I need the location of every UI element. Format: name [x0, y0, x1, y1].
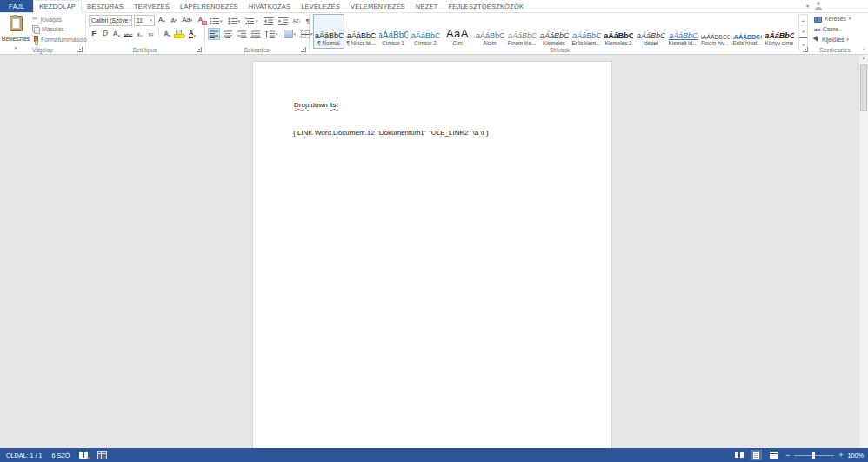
- tab-home[interactable]: KEZDŐLAP: [33, 0, 82, 13]
- font-color-button[interactable]: A▾: [187, 28, 197, 38]
- collapse-ribbon-button[interactable]: ^: [863, 47, 865, 53]
- subscript-button[interactable]: x₂: [134, 28, 144, 38]
- paragraph-dialog-launcher[interactable]: [301, 47, 306, 52]
- tab-insert[interactable]: BESZÚRÁS: [82, 0, 129, 12]
- format-painter-button[interactable]: Formátummásoló: [32, 36, 87, 44]
- numbering-button[interactable]: ▾: [226, 15, 243, 27]
- change-case-button[interactable]: Aa▾: [181, 16, 193, 26]
- tab-design[interactable]: TERVEZÉS: [129, 0, 175, 12]
- replace-label: Csere: [823, 26, 838, 32]
- style-subtitle[interactable]: AaÁáBbCcAlcím: [474, 14, 505, 49]
- underline-button[interactable]: A▾: [111, 28, 122, 38]
- increase-indent-icon: [278, 17, 288, 25]
- style-no-spacing[interactable]: AaÁáBbCc¶ Nincs té...: [345, 14, 377, 49]
- account-person-icon[interactable]: [814, 2, 823, 10]
- line-spacing-button[interactable]: ▾: [264, 28, 280, 40]
- ribbon-options-caret-icon[interactable]: ▾: [806, 3, 809, 9]
- copy-label: Másolás: [42, 26, 63, 32]
- caret-down-icon: ▾: [150, 18, 152, 23]
- zoom-slider-track[interactable]: [794, 455, 834, 456]
- copy-button[interactable]: Másolás: [32, 25, 63, 33]
- font-name-combo[interactable]: Calibri (Szöve ▾: [89, 15, 132, 26]
- scroll-up-arrow-icon[interactable]: ▴: [859, 54, 868, 63]
- replace-button[interactable]: ab Csere: [814, 26, 838, 32]
- select-button[interactable]: Kijelölés ▾: [814, 37, 849, 43]
- style-intense-emphasis[interactable]: AaÁáBbCcErős kiem...: [571, 14, 602, 49]
- macro-record-icon[interactable]: [97, 451, 107, 459]
- zoom-in-button[interactable]: +: [838, 452, 843, 459]
- styles-scroll-down-button[interactable]: ▾: [799, 26, 807, 37]
- print-layout-button[interactable]: [751, 450, 762, 460]
- format-painter-label: Formátummásoló: [41, 37, 87, 43]
- style-book-title[interactable]: AaÁáBbCcKönyv címe: [764, 14, 795, 49]
- style-intense-quote[interactable]: AaÁáBbCcKiemelt id...: [667, 14, 698, 49]
- tab-references[interactable]: HIVATKOZÁS: [244, 0, 296, 12]
- style-emphasis[interactable]: AaÁáBbCcKiemelés: [538, 14, 570, 49]
- clipboard-dialog-launcher[interactable]: [77, 47, 83, 52]
- style-normal[interactable]: AaÁáBbCc¶ Normál: [313, 14, 344, 49]
- clear-formatting-glyph: A: [198, 17, 203, 24]
- style-title[interactable]: AaACím: [442, 14, 473, 49]
- superscript-button[interactable]: x²: [145, 28, 156, 38]
- justify-button[interactable]: [250, 28, 262, 40]
- style-intense-reference[interactable]: AaÁáBbCcErős hivat...: [731, 14, 763, 49]
- styles-scroll-up-button[interactable]: ▴: [799, 15, 807, 26]
- zoom-out-button[interactable]: −: [785, 452, 790, 459]
- highlight-color-button[interactable]: ▾: [173, 28, 186, 38]
- web-layout-button[interactable]: [768, 450, 779, 460]
- italic-glyph: D: [103, 30, 108, 38]
- align-center-button[interactable]: [222, 28, 234, 40]
- format-painter-icon: [32, 36, 38, 44]
- scrollbar-thumb[interactable]: [860, 64, 867, 111]
- document-heading-line[interactable]: Drop down list: [294, 101, 338, 109]
- strikethrough-button[interactable]: abc: [123, 28, 133, 38]
- tab-layout[interactable]: LAPELRENDEZÉS: [175, 0, 244, 12]
- caret-down-icon: ▾: [846, 37, 849, 42]
- proofing-errors-icon[interactable]: [79, 452, 88, 459]
- tab-review[interactable]: VÉLEMÉNYEZÉS: [345, 0, 411, 12]
- styles-dialog-launcher[interactable]: [803, 47, 808, 52]
- style-label: Kiemelt id...: [669, 40, 698, 46]
- increase-indent-button[interactable]: [277, 15, 290, 27]
- grow-font-button[interactable]: A▴: [157, 16, 167, 26]
- sort-button[interactable]: AZ↓: [291, 15, 303, 27]
- status-left: OLDAL: 1 / 1 6 SZÓ: [0, 451, 107, 459]
- tab-file[interactable]: FÁJL: [0, 0, 33, 12]
- shading-button[interactable]: ▾: [282, 28, 298, 40]
- bold-button[interactable]: F: [89, 28, 99, 38]
- page-indicator[interactable]: OLDAL: 1 / 1: [6, 452, 43, 459]
- find-button[interactable]: Keresés ▾: [814, 16, 851, 22]
- bold-glyph: F: [92, 30, 97, 38]
- shrink-font-button[interactable]: A▾: [169, 16, 179, 26]
- style-subtle-reference[interactable]: AaÁáBbCcFinom hiv...: [699, 14, 731, 49]
- zoom-level[interactable]: 100%: [848, 452, 864, 459]
- text-effects-button[interactable]: A▾: [162, 28, 172, 38]
- align-right-button[interactable]: [236, 28, 248, 40]
- style-strong[interactable]: AaÁáBbCcKiemelés 2: [603, 14, 634, 49]
- style-subtle-emphasis[interactable]: AaÁáBbCcFinom kie...: [506, 14, 537, 49]
- document-page[interactable]: Drop down list { LINK Word.Document.12 "…: [252, 61, 612, 448]
- group-paragraph: ▾ ▾ ▾ AZ↓ ¶: [204, 12, 310, 54]
- zoom-slider-thumb[interactable]: [812, 452, 815, 459]
- style-quote[interactable]: AaÁáBbCcIdézet: [635, 14, 666, 49]
- style-heading1[interactable]: AaÁáBbCcCímsor 1: [377, 14, 409, 49]
- align-left-button[interactable]: [208, 28, 220, 40]
- field-code-text[interactable]: { LINK Word.Document.12 "Dokumentum1" "O…: [293, 129, 489, 137]
- italic-button[interactable]: D: [100, 28, 110, 38]
- document-area[interactable]: Drop down list { LINK Word.Document.12 "…: [0, 54, 868, 448]
- font-dialog-launcher[interactable]: [197, 47, 202, 52]
- caret-down-icon: ▾: [220, 19, 223, 23]
- style-heading2[interactable]: AaÁáBbCcCímsor 2: [410, 14, 441, 49]
- tab-mailings[interactable]: LEVELEZÉS: [296, 0, 345, 12]
- read-mode-button[interactable]: [733, 450, 744, 460]
- multilevel-list-button[interactable]: ▾: [244, 15, 260, 27]
- font-size-combo[interactable]: 11 ▾: [134, 15, 155, 26]
- decrease-indent-button[interactable]: [262, 15, 275, 27]
- ribbon: Beillesztés ▾ ✂ Kivágás Másolás Formátum…: [0, 12, 868, 55]
- cut-button[interactable]: ✂ Kivágás: [32, 16, 62, 23]
- tab-developer[interactable]: FEJLESZTŐESZKÖZÖK: [443, 0, 529, 12]
- vertical-scrollbar[interactable]: ▴: [858, 54, 868, 448]
- tab-view[interactable]: NÉZET: [411, 0, 444, 12]
- word-count[interactable]: 6 SZÓ: [52, 452, 70, 459]
- bullets-button[interactable]: ▾: [208, 15, 224, 27]
